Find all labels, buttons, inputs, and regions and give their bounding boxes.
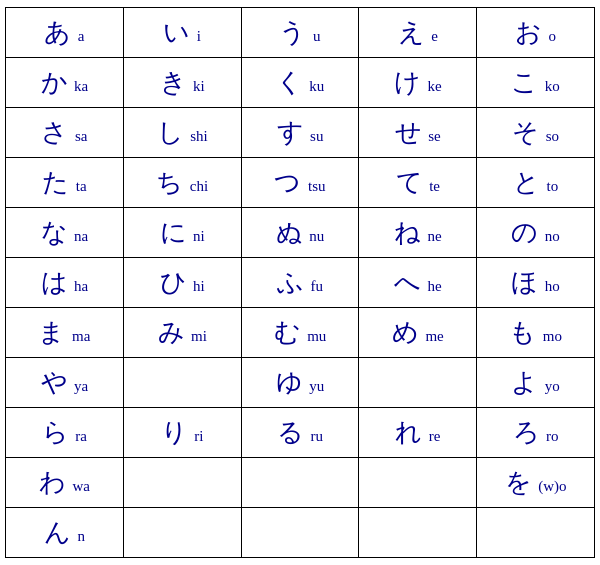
hiragana-cell-5-3: へ he: [359, 258, 477, 308]
kana-char: か: [41, 68, 75, 97]
romaji-label: wa: [72, 478, 90, 494]
kana-char: ろ: [513, 418, 547, 447]
romaji-label: ru: [310, 428, 323, 444]
romaji-label: ko: [545, 78, 560, 94]
romaji-label: ho: [545, 278, 560, 294]
kana-char: み: [158, 318, 192, 347]
romaji-label: u: [313, 28, 321, 44]
kana-char: し: [157, 118, 191, 147]
romaji-label: o: [549, 28, 557, 44]
hiragana-cell-3-4: と to: [477, 158, 595, 208]
kana-char: お: [515, 18, 549, 47]
romaji-label: no: [545, 228, 560, 244]
hiragana-cell-5-2: ふ fu: [241, 258, 359, 308]
kana-char: む: [274, 318, 308, 347]
romaji-label: i: [197, 28, 201, 44]
hiragana-cell-1-4: こ ko: [477, 58, 595, 108]
hiragana-cell-7-4: よ yo: [477, 358, 595, 408]
hiragana-cell-9-2: [241, 458, 359, 508]
hiragana-cell-8-0: ら ra: [6, 408, 124, 458]
romaji-label: na: [74, 228, 88, 244]
romaji-label: fu: [310, 278, 323, 294]
kana-char: ま: [38, 318, 72, 347]
hiragana-cell-8-1: り ri: [123, 408, 241, 458]
hiragana-cell-1-3: け ke: [359, 58, 477, 108]
hiragana-cell-3-2: つ tsu: [241, 158, 359, 208]
kana-char: け: [394, 68, 428, 97]
kana-char: の: [511, 218, 545, 247]
romaji-label: ma: [72, 328, 90, 344]
romaji-label: so: [546, 128, 559, 144]
hiragana-cell-8-3: れ re: [359, 408, 477, 458]
hiragana-cell-3-3: て te: [359, 158, 477, 208]
hiragana-cell-0-3: え e: [359, 8, 477, 58]
hiragana-cell-0-1: い i: [123, 8, 241, 58]
romaji-label: n: [77, 528, 85, 544]
romaji-label: ni: [193, 228, 205, 244]
hiragana-cell-9-1: [123, 458, 241, 508]
romaji-label: ka: [74, 78, 88, 94]
hiragana-cell-10-1: [123, 508, 241, 558]
kana-char: そ: [512, 118, 546, 147]
romaji-label: e: [431, 28, 438, 44]
hiragana-cell-4-4: の no: [477, 208, 595, 258]
kana-char: る: [277, 418, 311, 447]
kana-char: ふ: [277, 268, 311, 297]
hiragana-cell-5-1: ひ hi: [123, 258, 241, 308]
kana-char: ほ: [511, 268, 545, 297]
kana-char: さ: [41, 118, 75, 147]
romaji-label: me: [425, 328, 443, 344]
hiragana-cell-2-3: せ se: [359, 108, 477, 158]
hiragana-cell-7-3: [359, 358, 477, 408]
romaji-label: ku: [309, 78, 324, 94]
hiragana-cell-1-2: く ku: [241, 58, 359, 108]
kana-char: き: [160, 68, 194, 97]
romaji-label: sa: [75, 128, 88, 144]
romaji-label: ya: [74, 378, 88, 394]
romaji-label: ha: [74, 278, 88, 294]
hiragana-cell-10-3: [359, 508, 477, 558]
romaji-label: ne: [427, 228, 441, 244]
romaji-label: yo: [545, 378, 560, 394]
kana-char: な: [41, 218, 75, 247]
kana-char: と: [513, 168, 547, 197]
kana-char: よ: [511, 368, 545, 397]
kana-char: に: [160, 218, 194, 247]
hiragana-cell-9-4: を (w)o: [477, 458, 595, 508]
kana-char: い: [163, 18, 197, 47]
romaji-label: ke: [427, 78, 441, 94]
romaji-label: te: [429, 178, 440, 194]
romaji-label: to: [547, 178, 559, 194]
hiragana-cell-0-2: う u: [241, 8, 359, 58]
kana-char: も: [509, 318, 543, 347]
hiragana-cell-10-4: [477, 508, 595, 558]
kana-char: す: [277, 118, 311, 147]
romaji-label: ra: [75, 428, 87, 444]
hiragana-cell-5-4: ほ ho: [477, 258, 595, 308]
romaji-label: ro: [546, 428, 559, 444]
hiragana-cell-7-1: [123, 358, 241, 408]
hiragana-cell-5-0: は ha: [6, 258, 124, 308]
kana-char: え: [398, 18, 432, 47]
kana-char: れ: [395, 418, 429, 447]
kana-char: た: [42, 168, 76, 197]
hiragana-cell-4-1: に ni: [123, 208, 241, 258]
kana-char: ん: [44, 518, 78, 547]
romaji-label: a: [78, 28, 85, 44]
kana-char: を: [505, 468, 539, 497]
kana-char: く: [276, 68, 310, 97]
hiragana-cell-3-0: た ta: [6, 158, 124, 208]
romaji-label: mu: [307, 328, 326, 344]
kana-char: ひ: [160, 268, 194, 297]
romaji-label: ta: [76, 178, 87, 194]
hiragana-cell-6-2: む mu: [241, 308, 359, 358]
kana-char: せ: [395, 118, 429, 147]
hiragana-cell-6-4: も mo: [477, 308, 595, 358]
hiragana-cell-1-1: き ki: [123, 58, 241, 108]
kana-char: ら: [42, 418, 76, 447]
hiragana-cell-9-3: [359, 458, 477, 508]
hiragana-cell-0-4: お o: [477, 8, 595, 58]
romaji-label: ri: [194, 428, 203, 444]
romaji-label: hi: [193, 278, 205, 294]
kana-char: ゆ: [276, 368, 310, 397]
